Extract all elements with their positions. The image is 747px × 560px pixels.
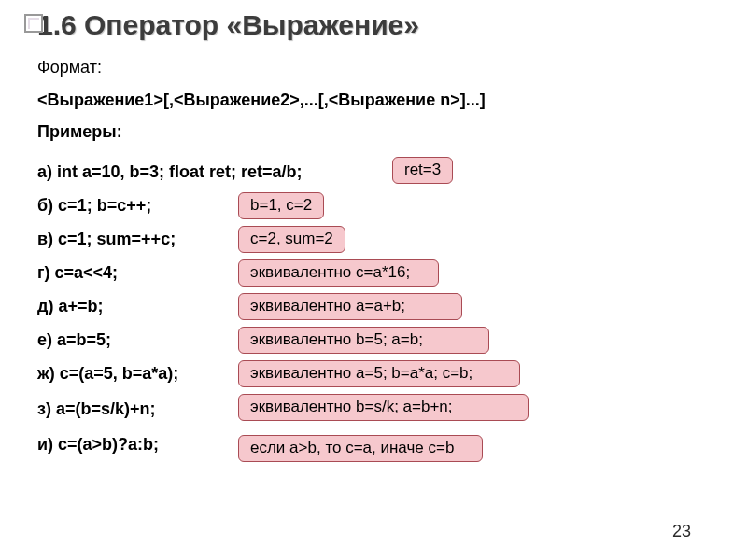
- example-e-text: е) a=b=5;: [37, 330, 111, 350]
- answer-a-box: ret=3: [392, 157, 453, 184]
- page-number: 23: [672, 522, 691, 541]
- slide-root: 1.6 Оператор «Выражение» Формат: <Выраже…: [0, 0, 747, 560]
- example-z-row: з) a=(b=s/k)+n; эквивалентно b=s/k; a=b+…: [37, 390, 710, 427]
- answer-z-box: эквивалентно b=s/k; a=b+n;: [238, 394, 529, 421]
- example-g-row: г) c=a<<4; эквивалентно c=a*16;: [37, 256, 710, 289]
- answer-zh-box: эквивалентно a=5; b=a*a; c=b;: [238, 360, 520, 387]
- answer-d-box: эквивалентно a=a+b;: [238, 293, 462, 320]
- example-i-row: и) c=(a>b)?a:b; если a>b, то c=a, иначе …: [37, 427, 710, 461]
- answer-v-box: c=2, sum=2: [238, 226, 345, 253]
- examples-label: Примеры:: [37, 122, 122, 141]
- title-accent-icon: [24, 14, 43, 33]
- content-body: Формат: <Выражение1>[,<Выражение2>,...[,…: [37, 58, 710, 461]
- answer-g-box: эквивалентно c=a*16;: [238, 259, 439, 287]
- example-d-row: д) a+=b; эквивалентно a=a+b;: [37, 289, 710, 323]
- example-z-text: з) a=(b=s/k)+n;: [37, 399, 155, 419]
- example-b-row: б) c=1; b=c++; b=1, c=2: [37, 189, 710, 222]
- example-a-row: а) int a=10, b=3; float ret; ret=a/b; re…: [37, 155, 710, 189]
- example-d-text: д) a+=b;: [37, 297, 103, 316]
- example-v-row: в) c=1; sum=++c; c=2, sum=2: [37, 222, 710, 256]
- example-b-text: б) c=1; b=c++;: [37, 196, 151, 216]
- example-i-text: и) c=(a>b)?a:b;: [37, 435, 159, 455]
- answer-b-box: b=1, c=2: [238, 192, 324, 219]
- example-v-text: в) c=1; sum=++c;: [37, 230, 176, 249]
- syntax-line: <Выражение1>[,<Выражение2>,...[,<Выражен…: [37, 91, 486, 109]
- answer-e-box: эквивалентно b=5; a=b;: [238, 327, 489, 354]
- page-title: 1.6 Оператор «Выражение»: [37, 9, 710, 41]
- format-label: Формат:: [37, 58, 710, 77]
- example-g-text: г) c=a<<4;: [37, 263, 118, 283]
- answer-i-box: если a>b, то c=a, иначе c=b: [238, 435, 483, 462]
- title-row: 1.6 Оператор «Выражение»: [37, 9, 710, 41]
- example-zh-row: ж) c=(a=5, b=a*a); эквивалентно a=5; b=a…: [37, 357, 710, 390]
- example-a-text: а) int a=10, b=3; float ret; ret=a/b;: [37, 162, 303, 182]
- example-e-row: е) a=b=5; эквивалентно b=5; a=b;: [37, 323, 710, 357]
- example-zh-text: ж) c=(a=5, b=a*a);: [37, 364, 178, 384]
